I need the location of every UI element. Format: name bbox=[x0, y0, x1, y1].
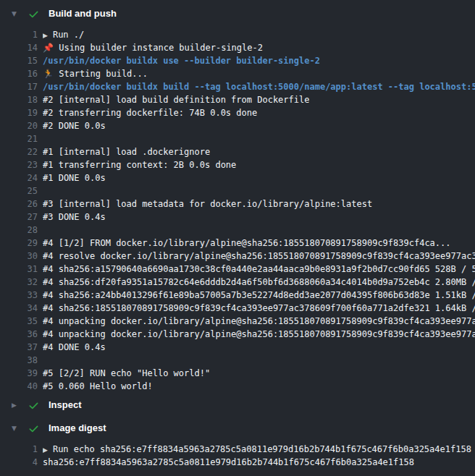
log-line: 25 bbox=[0, 184, 475, 197]
section-header-build-and-push[interactable]: ▼Build and push bbox=[0, 4, 475, 23]
line-number[interactable]: 20 bbox=[0, 119, 38, 132]
check-icon bbox=[28, 9, 39, 20]
line-number[interactable]: 27 bbox=[0, 211, 38, 224]
log-line: 26#3 [internal] load metadata for docker… bbox=[0, 197, 475, 211]
line-number[interactable]: 31 bbox=[0, 263, 38, 276]
log-line: 19#2 transferring dockerfile: 74B 0.0s d… bbox=[0, 106, 475, 119]
line-number[interactable]: 23 bbox=[0, 158, 38, 171]
log-line: 18#2 [internal] load build definition fr… bbox=[0, 93, 475, 106]
line-number[interactable]: 35 bbox=[0, 315, 38, 328]
line-number[interactable]: 19 bbox=[0, 106, 38, 119]
line-number[interactable]: 16 bbox=[0, 67, 38, 80]
log-text: /usr/bin/docker buildx use --builder bui… bbox=[43, 54, 320, 67]
line-number[interactable]: 40 bbox=[0, 380, 38, 393]
log-text: #2 DONE 0.0s bbox=[43, 119, 106, 132]
log-line: 15/usr/bin/docker buildx use --builder b… bbox=[0, 54, 475, 67]
log-text: #5 [2/2] RUN echo "Hello world!" bbox=[43, 367, 210, 380]
line-number[interactable]: 39 bbox=[0, 367, 38, 380]
log-text: #2 transferring dockerfile: 74B 0.0s don… bbox=[43, 106, 257, 119]
line-number[interactable]: 14 bbox=[0, 41, 38, 54]
log-line: 39#5 [2/2] RUN echo "Hello world!" bbox=[0, 367, 475, 380]
log-text: #2 [internal] load build definition from… bbox=[43, 93, 309, 106]
log-line: 40#5 0.060 Hello world! bbox=[0, 380, 475, 393]
log-text: 📌 Using builder instance builder-single-… bbox=[43, 41, 263, 54]
section-body: 1▶Run ./14📌 Using builder instance build… bbox=[0, 28, 475, 393]
section-image-digest: ▼Image digest1▶Run echo sha256:e7ff8834a… bbox=[0, 419, 475, 469]
log-line: 24#1 DONE 0.0s bbox=[0, 171, 475, 184]
line-number[interactable]: 4 bbox=[0, 456, 38, 469]
log-line: 20#2 DONE 0.0s bbox=[0, 119, 475, 132]
line-number[interactable]: 17 bbox=[0, 80, 38, 93]
log-text: #4 sha256:a15790640a6690aa1730c38cf0a440… bbox=[43, 263, 475, 276]
line-number[interactable]: 21 bbox=[0, 132, 38, 145]
section-body: 1▶Run echo sha256:e7ff8834a5963a2785c5a0… bbox=[0, 443, 475, 469]
log-text: #4 unpacking docker.io/library/alpine@sh… bbox=[43, 328, 475, 341]
log-text: #5 0.060 Hello world! bbox=[43, 380, 153, 393]
log-line: 14📌 Using builder instance builder-singl… bbox=[0, 41, 475, 54]
section-title: Build and push bbox=[49, 7, 117, 20]
log-text: #4 sha256:185518070891758909c9f839cf4ca3… bbox=[43, 302, 475, 315]
section-title: Image digest bbox=[49, 422, 106, 435]
line-number[interactable]: 37 bbox=[0, 341, 38, 354]
log-line: 31#4 sha256:a15790640a6690aa1730c38cf0a4… bbox=[0, 263, 475, 276]
log-line: 29#4 [1/2] FROM docker.io/library/alpine… bbox=[0, 237, 475, 250]
section-header-inspect[interactable]: ▶Inspect bbox=[0, 396, 475, 415]
log-text: #3 [internal] load metadata for docker.i… bbox=[43, 197, 372, 211]
line-number[interactable]: 1 bbox=[0, 28, 38, 41]
log-text: #4 DONE 0.4s bbox=[43, 341, 106, 354]
log-text: #1 DONE 0.0s bbox=[43, 171, 106, 184]
section-inspect: ▶Inspect bbox=[0, 396, 475, 415]
line-number[interactable]: 24 bbox=[0, 171, 38, 184]
log-line: 21 bbox=[0, 132, 475, 145]
log-text: #4 sha256:df20fa9351a15782c64e6dddb2d4a6… bbox=[43, 276, 475, 289]
chevron-down-icon[interactable]: ▼ bbox=[12, 422, 22, 435]
expand-icon[interactable]: ▶ bbox=[43, 446, 48, 454]
line-number[interactable]: 28 bbox=[0, 224, 38, 237]
section-title: Inspect bbox=[49, 399, 82, 412]
workflow-log: ▼Build and push1▶Run ./14📌 Using builder… bbox=[0, 0, 475, 469]
log-text: 🏃 Starting build... bbox=[43, 67, 148, 80]
chevron-down-icon[interactable]: ▼ bbox=[12, 7, 22, 20]
log-line: 38 bbox=[0, 354, 475, 367]
log-text: ▶Run ./ bbox=[43, 28, 84, 41]
line-number[interactable]: 29 bbox=[0, 237, 38, 250]
line-number[interactable]: 32 bbox=[0, 276, 38, 289]
log-text: #4 resolve docker.io/library/alpine@sha2… bbox=[43, 250, 475, 263]
line-number[interactable]: 18 bbox=[0, 93, 38, 106]
log-line: 30#4 resolve docker.io/library/alpine@sh… bbox=[0, 250, 475, 263]
log-text: #1 transferring context: 2B 0.0s done bbox=[43, 158, 236, 171]
expand-icon[interactable]: ▶ bbox=[43, 32, 48, 39]
log-line[interactable]: 1▶Run ./ bbox=[0, 28, 475, 41]
log-line: 34#4 sha256:185518070891758909c9f839cf4c… bbox=[0, 302, 475, 315]
log-text: #3 DONE 0.4s bbox=[43, 211, 106, 224]
log-line[interactable]: 1▶Run echo sha256:e7ff8834a5963a2785c5a0… bbox=[0, 443, 475, 456]
line-number[interactable]: 34 bbox=[0, 302, 38, 315]
log-text: #4 [1/2] FROM docker.io/library/alpine@s… bbox=[43, 237, 451, 250]
line-number[interactable]: 15 bbox=[0, 54, 38, 67]
log-line: 17/usr/bin/docker buildx build --tag loc… bbox=[0, 80, 475, 93]
log-text: /usr/bin/docker buildx build --tag local… bbox=[43, 80, 475, 93]
log-line: 4sha256:e7ff8834a5963a2785c5a0811e979d16… bbox=[0, 456, 475, 469]
check-icon bbox=[28, 400, 39, 411]
line-number[interactable]: 36 bbox=[0, 328, 38, 341]
line-number[interactable]: 26 bbox=[0, 197, 38, 211]
chevron-right-icon[interactable]: ▶ bbox=[12, 399, 22, 412]
line-number[interactable]: 30 bbox=[0, 250, 38, 263]
log-line: 37#4 DONE 0.4s bbox=[0, 341, 475, 354]
log-line: 16🏃 Starting build... bbox=[0, 67, 475, 80]
check-icon bbox=[28, 423, 39, 434]
log-text: ▶Run echo sha256:e7ff8834a5963a2785c5a08… bbox=[43, 443, 471, 456]
section-header-image-digest[interactable]: ▼Image digest bbox=[0, 419, 475, 438]
log-line: 33#4 sha256:a24bb4013296f61e89ba57005a7b… bbox=[0, 289, 475, 302]
section-build-and-push: ▼Build and push1▶Run ./14📌 Using builder… bbox=[0, 4, 475, 393]
line-number[interactable]: 25 bbox=[0, 184, 38, 197]
log-line: 22#1 [internal] load .dockerignore bbox=[0, 145, 475, 158]
log-text: #4 sha256:a24bb4013296f61e89ba57005a7b3e… bbox=[43, 289, 475, 302]
line-number[interactable]: 22 bbox=[0, 145, 38, 158]
line-number[interactable]: 1 bbox=[0, 443, 38, 456]
line-number[interactable]: 38 bbox=[0, 354, 38, 367]
line-number[interactable]: 33 bbox=[0, 289, 38, 302]
log-line: 35#4 unpacking docker.io/library/alpine@… bbox=[0, 315, 475, 328]
log-line: 23#1 transferring context: 2B 0.0s done bbox=[0, 158, 475, 171]
log-line: 27#3 DONE 0.4s bbox=[0, 211, 475, 224]
